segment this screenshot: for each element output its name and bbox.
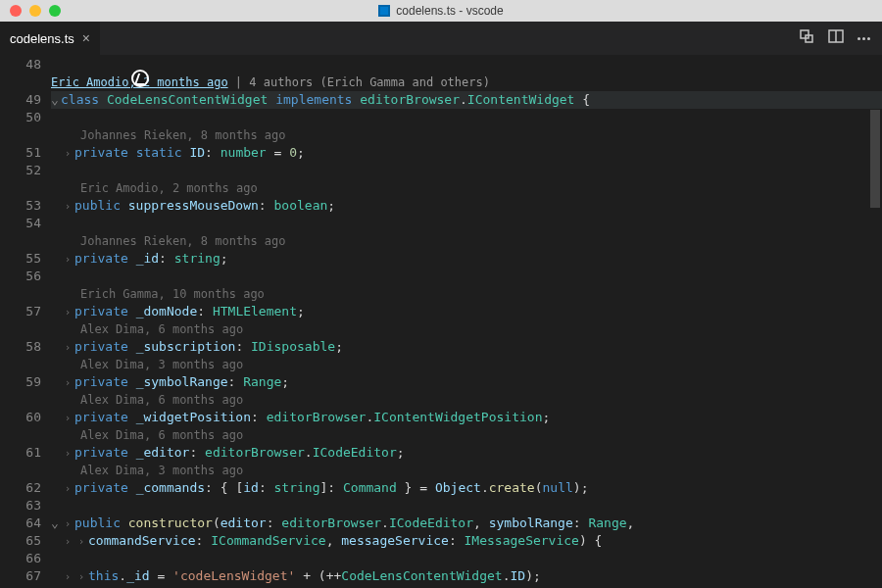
scrollbar-thumb[interactable] bbox=[870, 110, 880, 208]
code-line[interactable]: ›private _commands: { [id: string]: Comm… bbox=[51, 479, 882, 497]
code-line[interactable]: ›private _id: string; bbox=[51, 250, 882, 268]
editor[interactable]: 48 49 50 51 52 53 54 55 56 57 58 59 60 6… bbox=[0, 56, 882, 588]
code-line[interactable]: ›private static ID: number = 0; bbox=[51, 144, 882, 162]
window-controls bbox=[0, 5, 61, 17]
zoom-window-button[interactable] bbox=[49, 5, 61, 17]
split-editor-icon[interactable] bbox=[828, 28, 844, 48]
git-blame: Alex Dima, 6 months ago bbox=[51, 320, 882, 338]
code-area[interactable]: Eric Amodio, 2 months ago | 4 authors (E… bbox=[47, 56, 882, 588]
tab-label: codelens.ts bbox=[10, 31, 74, 46]
editor-actions bbox=[799, 22, 882, 55]
git-blame: Erich Gamma, 10 months ago bbox=[51, 285, 882, 303]
more-actions-icon[interactable] bbox=[858, 37, 870, 40]
vscode-icon bbox=[378, 5, 390, 17]
minimize-window-button[interactable] bbox=[29, 5, 41, 17]
git-blame: Eric Amodio, 2 months ago bbox=[51, 179, 882, 197]
git-blame: Johannes Rieken, 8 months ago bbox=[51, 126, 882, 144]
compare-icon[interactable] bbox=[799, 28, 814, 48]
code-line[interactable]: ››commandService: ICommandService, messa… bbox=[51, 532, 882, 550]
code-line[interactable]: ›private _subscription: IDisposable; bbox=[51, 338, 882, 356]
svg-rect-0 bbox=[801, 30, 808, 38]
git-blame: Alex Dima, 6 months ago bbox=[51, 391, 882, 409]
codelens-row: Eric Amodio, 2 months ago | 4 authors (E… bbox=[51, 74, 882, 91]
code-line[interactable]: ›private _symbolRange: Range; bbox=[51, 373, 882, 391]
code-line[interactable]: ›public suppressMouseDown: boolean; bbox=[51, 197, 882, 215]
line-number-gutter: 48 49 50 51 52 53 54 55 56 57 58 59 60 6… bbox=[0, 56, 47, 588]
git-blame: Alex Dima, 3 months ago bbox=[51, 462, 882, 479]
close-window-button[interactable] bbox=[10, 5, 22, 17]
git-blame: Alex Dima, 6 months ago bbox=[51, 426, 882, 444]
editor-tabbar: codelens.ts × bbox=[0, 22, 882, 56]
git-blame: Johannes Rieken, 8 months ago bbox=[51, 232, 882, 250]
code-line[interactable]: ›private _domNode: HTMLElement; bbox=[51, 303, 882, 320]
code-line[interactable]: ›private _editor: editorBrowser.ICodeEdi… bbox=[51, 444, 882, 462]
close-tab-icon[interactable]: × bbox=[82, 31, 90, 45]
window-title: codelens.ts - vscode bbox=[396, 4, 503, 18]
window-titlebar: codelens.ts - vscode bbox=[0, 0, 882, 22]
code-line[interactable]: ›private _widgetPosition: editorBrowser.… bbox=[51, 409, 882, 426]
codelens-author-link[interactable]: Eric Amodio, 2 months ago bbox=[51, 74, 228, 91]
codelens-authors[interactable]: 4 authors (Erich Gamma and others) bbox=[249, 74, 490, 91]
code-line[interactable]: ⌄›public constructor(editor: editorBrows… bbox=[51, 514, 882, 532]
tab-codelens[interactable]: codelens.ts × bbox=[0, 22, 101, 55]
code-line[interactable]: ››this._id = 'codeLensWidget' + (++CodeL… bbox=[51, 567, 882, 585]
code-line[interactable]: ⌄class CodeLensContentWidget implements … bbox=[51, 91, 882, 109]
git-blame: Alex Dima, 3 months ago bbox=[51, 356, 882, 373]
